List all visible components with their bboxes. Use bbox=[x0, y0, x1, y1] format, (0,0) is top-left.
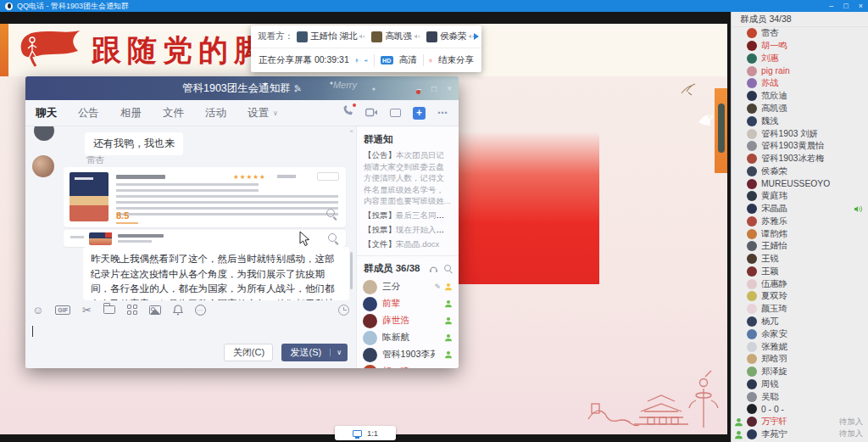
avatar[interactable] bbox=[747, 116, 757, 126]
avatar[interactable] bbox=[747, 229, 757, 239]
member-row[interactable]: 苏战 bbox=[732, 77, 868, 90]
member-row[interactable]: 0 - 0 - bbox=[732, 403, 868, 416]
tab-album[interactable]: 相册 bbox=[120, 106, 142, 120]
avatar[interactable] bbox=[34, 126, 54, 141]
member-row[interactable]: 陈新航 ✎ bbox=[357, 329, 459, 346]
member-row[interactable]: 吴聪 bbox=[732, 390, 868, 403]
member-row[interactable]: 管科1903冰若梅 bbox=[732, 153, 868, 165]
avatar[interactable] bbox=[747, 404, 757, 414]
avatar[interactable] bbox=[747, 41, 757, 51]
card-action-button[interactable] bbox=[317, 172, 339, 181]
avatar[interactable] bbox=[747, 354, 757, 364]
tab-announcement[interactable]: 公告 bbox=[78, 106, 99, 120]
member-row[interactable]: 苏雅乐 bbox=[732, 215, 868, 227]
avatar[interactable] bbox=[747, 28, 757, 38]
avatar[interactable] bbox=[747, 78, 757, 88]
end-share-button[interactable]: 结束分享 bbox=[438, 54, 474, 66]
bell-icon[interactable] bbox=[173, 305, 183, 316]
member-row[interactable]: 张雅妮 bbox=[732, 340, 868, 353]
viewer-chip[interactable]: 侯淼荣 bbox=[426, 31, 476, 42]
chat-header[interactable]: Merry 管科1903团生会通知群✎ – □ × bbox=[25, 76, 459, 100]
avatar[interactable] bbox=[747, 279, 757, 289]
ratio-toggle-button[interactable]: 1:1 bbox=[335, 426, 396, 440]
tab-files[interactable]: 文件 bbox=[163, 106, 184, 120]
member-row[interactable]: 薛世浩 ✎ bbox=[357, 312, 459, 329]
member-row[interactable]: 黄庭玮 bbox=[732, 190, 868, 203]
avatar[interactable] bbox=[363, 314, 377, 328]
avatar[interactable] bbox=[747, 366, 757, 377]
member-row[interactable]: 伍惠静 bbox=[732, 277, 868, 290]
mic-icon[interactable] bbox=[355, 54, 359, 67]
avatar[interactable] bbox=[32, 155, 54, 177]
shared-link-card[interactable]: ★★★★★ 8.5 bbox=[64, 167, 346, 227]
member-row[interactable]: 胡一鸣 ✎ bbox=[357, 363, 459, 368]
history-clock-icon[interactable] bbox=[338, 305, 349, 316]
image-icon[interactable] bbox=[149, 305, 161, 315]
avatar[interactable] bbox=[747, 191, 757, 201]
avatar[interactable] bbox=[747, 129, 757, 139]
member-row[interactable]: 管科1903 刘妍 bbox=[732, 127, 868, 140]
member-row[interactable]: 管科1903李苑宁(* ✎ bbox=[357, 346, 459, 363]
add-icon[interactable]: + bbox=[413, 107, 426, 120]
avatar[interactable] bbox=[747, 241, 757, 251]
restore-icon[interactable]: □ bbox=[843, 0, 848, 12]
close-button[interactable]: 关闭(C) bbox=[224, 344, 273, 361]
member-row[interactable]: 雷杏 bbox=[732, 27, 868, 40]
member-row[interactable]: 管科1903黄晨怡 bbox=[732, 140, 868, 153]
member-row[interactable]: pig rain bbox=[732, 64, 868, 77]
avatar[interactable] bbox=[747, 304, 757, 314]
minimize-icon[interactable]: – bbox=[829, 0, 833, 12]
headset-icon[interactable] bbox=[429, 265, 438, 273]
send-options-caret-icon[interactable]: ∨ bbox=[330, 349, 348, 356]
close-icon[interactable]: × bbox=[859, 0, 863, 12]
avatar[interactable] bbox=[747, 291, 757, 301]
tab-activity[interactable]: 活动 bbox=[205, 106, 226, 120]
edit-title-icon[interactable]: ✎ bbox=[294, 83, 302, 93]
member-row[interactable]: 前辈 ✎ bbox=[357, 295, 459, 312]
member-row[interactable]: 刘惠 bbox=[732, 53, 868, 65]
member-row[interactable]: 李苑宁 待加入 bbox=[732, 428, 868, 441]
avatar[interactable] bbox=[747, 342, 757, 352]
avatar[interactable] bbox=[363, 348, 377, 362]
member-row[interactable]: 三分 ✎ bbox=[357, 278, 459, 295]
zoom-icon[interactable] bbox=[326, 209, 337, 220]
expand-viewers-arrow-icon[interactable] bbox=[474, 33, 479, 40]
member-row[interactable]: 范欣迪 bbox=[732, 90, 868, 103]
emoji-icon[interactable]: ☺ bbox=[32, 305, 43, 316]
member-row[interactable]: 万宇轩 待加入 bbox=[732, 416, 868, 428]
avatar[interactable] bbox=[747, 166, 757, 176]
member-row[interactable]: MUREUSSEOYO bbox=[732, 177, 868, 190]
avatar[interactable] bbox=[747, 204, 757, 214]
member-row[interactable]: 颜玉琦 bbox=[732, 303, 868, 316]
avatar[interactable] bbox=[747, 53, 757, 64]
chat-minimize-icon[interactable]: – bbox=[417, 84, 422, 93]
member-row[interactable]: 王婧怡 bbox=[732, 240, 868, 253]
video-call-icon[interactable] bbox=[365, 105, 378, 120]
avatar[interactable] bbox=[363, 297, 377, 311]
viewer-chip[interactable]: 王婧怡 湖北 bbox=[297, 31, 365, 42]
member-row[interactable]: 胡一鸣 bbox=[732, 40, 868, 53]
member-row[interactable]: 余家安 bbox=[732, 327, 868, 340]
hd-quality-button[interactable]: 高清 bbox=[399, 54, 417, 66]
notice-file[interactable]: 【文件】宋晶晶.docx bbox=[364, 238, 452, 250]
member-row[interactable]: 王锐 bbox=[732, 253, 868, 266]
more-tools-icon[interactable]: ⋯ bbox=[195, 305, 206, 316]
avatar[interactable] bbox=[747, 254, 757, 264]
member-row[interactable]: 郑晗羽 bbox=[732, 353, 868, 366]
member-row[interactable]: 夏双玲 bbox=[732, 290, 868, 303]
message-area[interactable]: × 还有我鸭，我也来 雷杏 ★★★★★ 8.5 bbox=[25, 126, 356, 368]
avatar[interactable] bbox=[747, 316, 757, 327]
chat-close-icon[interactable]: × bbox=[447, 84, 452, 93]
pencil-icon[interactable]: ✎ bbox=[434, 283, 441, 291]
member-row[interactable]: 周锐 bbox=[732, 378, 868, 390]
avatar[interactable] bbox=[747, 91, 757, 101]
avatar[interactable] bbox=[747, 179, 757, 189]
avatar[interactable] bbox=[747, 429, 757, 439]
avatar[interactable] bbox=[747, 216, 757, 227]
member-row[interactable]: 宋晶晶 bbox=[732, 203, 868, 215]
gif-icon[interactable]: GIF bbox=[55, 305, 70, 315]
file-icon[interactable] bbox=[103, 305, 115, 314]
avatar[interactable] bbox=[747, 379, 757, 389]
search-icon[interactable] bbox=[444, 265, 452, 272]
voice-call-icon[interactable] bbox=[342, 105, 353, 120]
